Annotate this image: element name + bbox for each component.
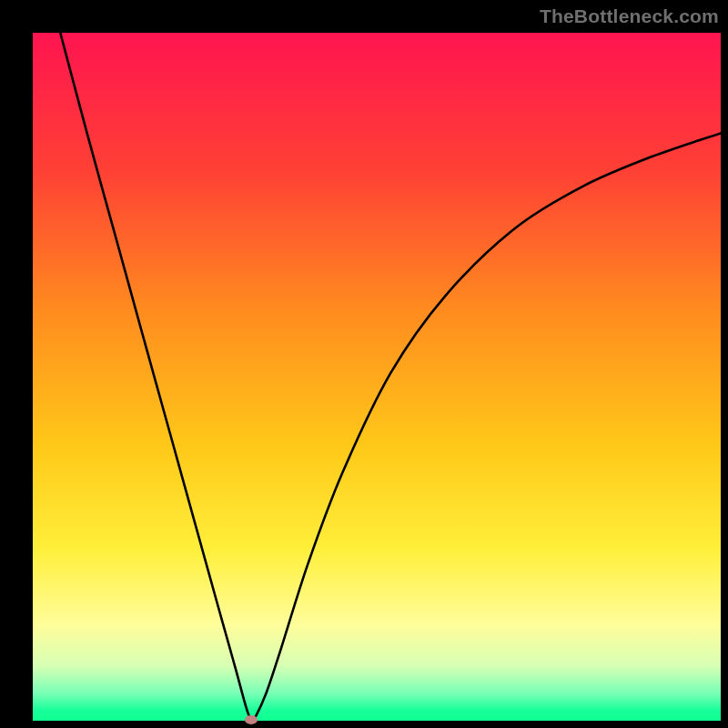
- bottleneck-curve: [60, 33, 721, 721]
- minimum-marker: [245, 715, 258, 724]
- chart-container: TheBottleneck.com: [0, 0, 728, 728]
- plot-area: [33, 33, 721, 721]
- watermark-text: TheBottleneck.com: [540, 5, 719, 27]
- curve-layer: [33, 33, 721, 721]
